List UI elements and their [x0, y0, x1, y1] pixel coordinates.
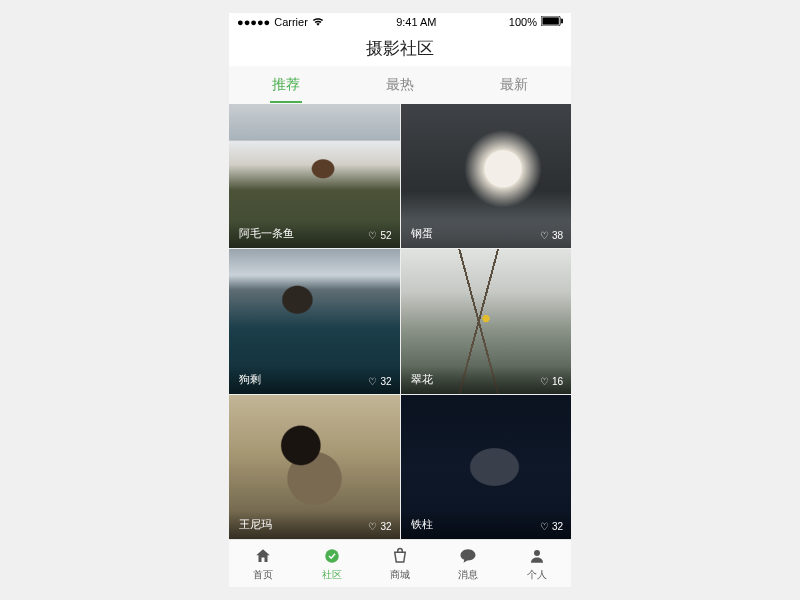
username: 钢蛋 [411, 226, 433, 241]
photo-card[interactable]: 阿毛一条鱼 ♡ 52 [229, 104, 400, 248]
tab-recommend[interactable]: 推荐 [268, 68, 304, 102]
username: 王尼玛 [239, 517, 272, 532]
like-button[interactable]: ♡ 32 [540, 521, 563, 532]
like-button[interactable]: ♡ 52 [368, 230, 391, 241]
nav-community[interactable]: 社区 [297, 540, 365, 587]
svg-rect-2 [561, 19, 563, 24]
profile-icon [527, 546, 547, 566]
like-count: 52 [380, 230, 391, 241]
store-icon [390, 546, 410, 566]
nav-label: 消息 [458, 568, 478, 582]
photo-grid[interactable]: 阿毛一条鱼 ♡ 52 钢蛋 ♡ 38 狗剩 ♡ [229, 104, 571, 539]
photo-card[interactable]: 铁柱 ♡ 32 [401, 395, 572, 539]
like-button[interactable]: ♡ 32 [368, 376, 391, 387]
username: 阿毛一条鱼 [239, 226, 294, 241]
like-count: 32 [552, 521, 563, 532]
wifi-icon [312, 16, 324, 28]
nav-label: 社区 [322, 568, 342, 582]
tab-hottest[interactable]: 最热 [382, 68, 418, 102]
svg-rect-1 [542, 17, 558, 24]
heart-icon: ♡ [368, 230, 377, 241]
battery-icon [541, 16, 563, 28]
like-button[interactable]: ♡ 32 [368, 521, 391, 532]
like-button[interactable]: ♡ 16 [540, 376, 563, 387]
heart-icon: ♡ [540, 230, 549, 241]
like-count: 32 [380, 376, 391, 387]
nav-label: 商城 [390, 568, 410, 582]
nav-profile[interactable]: 个人 [503, 540, 571, 587]
nav-store[interactable]: 商城 [366, 540, 434, 587]
tab-newest[interactable]: 最新 [496, 68, 532, 102]
page-title: 摄影社区 [229, 31, 571, 66]
like-button[interactable]: ♡ 38 [540, 230, 563, 241]
carrier-label: Carrier [274, 16, 308, 28]
svg-point-3 [325, 549, 339, 563]
username: 铁柱 [411, 517, 433, 532]
photo-card[interactable]: 钢蛋 ♡ 38 [401, 104, 572, 248]
phone-frame: ●●●●● Carrier 9:41 AM 100% 摄影社区 推荐 最热 最新… [229, 13, 571, 587]
battery-pct: 100% [509, 16, 537, 28]
signal-dots-icon: ●●●●● [237, 16, 270, 28]
message-icon [458, 546, 478, 566]
clock: 9:41 AM [396, 16, 436, 28]
username: 狗剩 [239, 372, 261, 387]
like-count: 38 [552, 230, 563, 241]
nav-label: 个人 [527, 568, 547, 582]
status-bar: ●●●●● Carrier 9:41 AM 100% [229, 13, 571, 31]
like-count: 32 [380, 521, 391, 532]
photo-card[interactable]: 王尼玛 ♡ 32 [229, 395, 400, 539]
heart-icon: ♡ [368, 521, 377, 532]
photo-card[interactable]: 狗剩 ♡ 32 [229, 249, 400, 393]
nav-label: 首页 [253, 568, 273, 582]
like-count: 16 [552, 376, 563, 387]
bottom-nav: 首页 社区 商城 消息 个人 [229, 539, 571, 587]
category-tabs: 推荐 最热 最新 [229, 66, 571, 104]
heart-icon: ♡ [540, 521, 549, 532]
svg-point-4 [534, 550, 540, 556]
heart-icon: ♡ [368, 376, 377, 387]
heart-icon: ♡ [540, 376, 549, 387]
photo-card[interactable]: 翠花 ♡ 16 [401, 249, 572, 393]
community-icon [322, 546, 342, 566]
username: 翠花 [411, 372, 433, 387]
home-icon [253, 546, 273, 566]
nav-messages[interactable]: 消息 [434, 540, 502, 587]
nav-home[interactable]: 首页 [229, 540, 297, 587]
